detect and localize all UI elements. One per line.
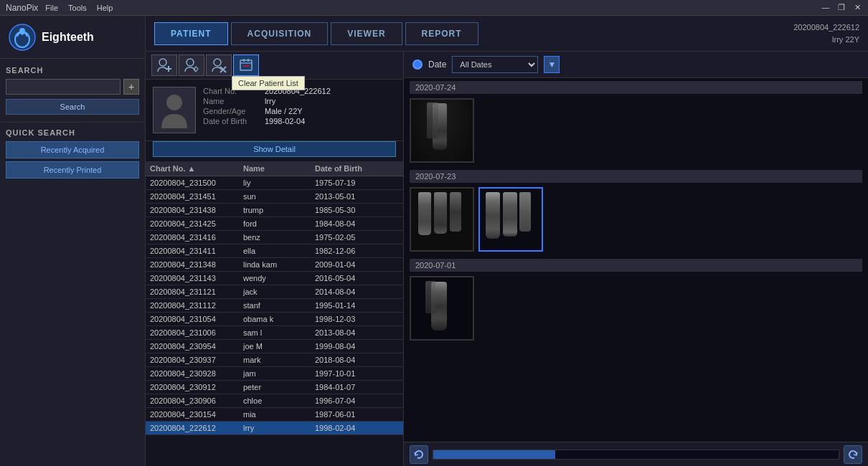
clear-patient-tooltip: Clear Patient List [232, 76, 305, 90]
table-row[interactable]: 20200804_231054 obama k 1998-12-03 [146, 313, 403, 326]
cell-chart: 20200804_231143 [150, 274, 243, 282]
tab-acquisition[interactable]: ACQUISITION [231, 22, 329, 45]
date-radio[interactable] [412, 60, 423, 70]
date-group-2020-07-01: 2020-07-01 [410, 259, 862, 341]
maximize-button[interactable]: ❐ [836, 3, 846, 12]
table-row[interactable]: 20200804_231451 sun 2013-05-01 [146, 190, 403, 204]
col-header-name: Name [243, 164, 315, 173]
viewer-panel: Date All Dates ▼ 2020-07-24 [404, 52, 868, 466]
titlebar-controls: — ❐ ✕ [821, 3, 862, 12]
menu-file[interactable]: File [45, 4, 58, 12]
clear-patient-list-button[interactable] [233, 54, 259, 76]
table-row[interactable]: 20200804_231416 benz 1975-02-05 [146, 231, 403, 244]
cell-name: obama k [243, 315, 315, 323]
xray-image[interactable] [410, 276, 474, 341]
top-bar: PATIENT ACQUISITION VIEWER REPORT 202008… [146, 16, 868, 52]
gender-age-row: Gender/Age Male / 22Y [203, 107, 396, 115]
table-row[interactable]: 20200804_230154 mia 1987-06-01 [146, 408, 403, 422]
delete-patient-button[interactable] [206, 54, 232, 76]
xray-image-selected[interactable] [478, 187, 543, 252]
menu-help[interactable]: Help [97, 4, 113, 12]
table-row[interactable]: 20200804_231500 liy 1975-07-19 [146, 176, 403, 190]
refresh-left-icon [413, 449, 425, 460]
cell-chart: 20200804_222612 [150, 424, 243, 432]
search-label: SEARCH [6, 66, 139, 75]
dob-row: Date of Birth 1998-02-04 [203, 117, 396, 125]
titlebar-menu: File Tools Help [45, 4, 113, 12]
date-group-2020-07-23: 2020-07-23 [410, 170, 862, 252]
xray-image[interactable] [410, 98, 474, 163]
table-row[interactable]: 20200804_231112 stanf 1995-01-14 [146, 299, 403, 313]
gender-age-label: Gender/Age [203, 107, 260, 115]
cell-chart: 20200804_231348 [150, 260, 243, 269]
table-row[interactable]: 20200804_230954 joe M 1999-08-04 [146, 340, 403, 353]
cell-dob: 1998-02-04 [315, 424, 387, 432]
new-patient-button[interactable] [151, 54, 177, 76]
cell-name: linda kam [243, 260, 315, 269]
date-dropdown-arrow[interactable]: ▼ [544, 56, 560, 73]
cell-chart: 20200804_231425 [150, 219, 243, 228]
titlebar: NanoPix File Tools Help — ❐ ✕ [0, 0, 868, 16]
cell-dob: 1995-01-14 [315, 301, 387, 310]
patient-area: Clear Patient List Chart No. 20200804_22… [146, 52, 868, 466]
table-row[interactable]: 20200804_222612 lrry 1998-02-04 [146, 422, 403, 435]
top-right-info: 20200804_222612 lrry 22Y [793, 22, 859, 45]
table-row[interactable]: 20200804_231425 ford 1984-08-04 [146, 217, 403, 231]
cell-dob: 1999-08-04 [315, 342, 387, 351]
minimize-button[interactable]: — [821, 3, 831, 12]
patient-avatar [153, 87, 196, 133]
progress-fill [433, 450, 555, 459]
table-row[interactable]: 20200804_230912 peter 1984-01-07 [146, 381, 403, 394]
refresh-right-icon [847, 449, 859, 460]
cell-dob: 1996-07-04 [315, 396, 387, 405]
gender-age-value: Male / 22Y [265, 107, 303, 115]
close-button[interactable]: ✕ [852, 3, 862, 12]
table-row[interactable]: 20200804_231121 jack 2014-08-04 [146, 285, 403, 299]
cell-name: peter [243, 383, 315, 391]
tab-viewer[interactable]: VIEWER [331, 22, 402, 45]
edit-patient-button[interactable] [179, 54, 204, 76]
cell-chart: 20200804_231121 [150, 287, 243, 296]
table-row[interactable]: 20200804_230928 jam 1997-10-01 [146, 367, 403, 381]
xray-image[interactable] [410, 187, 474, 252]
table-row[interactable]: 20200804_230906 chloe 1996-07-04 [146, 394, 403, 408]
name-row: Name lrry [203, 97, 396, 105]
svg-point-2 [19, 28, 25, 34]
cell-name: liy [243, 179, 315, 187]
table-row[interactable]: 20200804_231438 trump 1985-05-30 [146, 204, 403, 217]
refresh-right-button[interactable] [844, 445, 862, 464]
tabs: PATIENT ACQUISITION VIEWER REPORT [154, 22, 478, 45]
date-select[interactable]: All Dates [452, 56, 538, 73]
add-search-button[interactable]: + [123, 79, 139, 95]
tab-patient[interactable]: PATIENT [154, 22, 228, 45]
cell-dob: 1997-10-01 [315, 369, 387, 378]
logo-area: Eighteeth [0, 16, 145, 59]
table-row[interactable]: 20200804_231411 ella 1982-12-06 [146, 244, 403, 258]
refresh-left-button[interactable] [410, 445, 428, 464]
show-detail-button[interactable]: Show Detail [153, 141, 396, 157]
cell-dob: 1985-05-30 [315, 206, 387, 214]
cell-name: ella [243, 247, 315, 255]
recently-acquired-button[interactable]: Recently Acquired [6, 141, 139, 158]
search-input[interactable] [6, 79, 121, 95]
patient-toolbar: Clear Patient List [146, 52, 403, 80]
dob-label: Date of Birth [203, 117, 260, 125]
table-row[interactable]: 20200804_231348 linda kam 2009-01-04 [146, 258, 403, 272]
cell-name: jam [243, 369, 315, 378]
search-button[interactable]: Search [6, 99, 139, 115]
recently-printed-button[interactable]: Recently Printed [6, 161, 139, 179]
table-row[interactable]: 20200804_230937 mark 2018-08-04 [146, 353, 403, 367]
tab-report[interactable]: REPORT [405, 22, 478, 45]
cell-name: ford [243, 219, 315, 228]
table-row[interactable]: 20200804_231006 sam l 2013-08-04 [146, 326, 403, 340]
images-area[interactable]: 2020-07-24 2020-07-23 [404, 78, 868, 442]
delete-patient-icon [211, 57, 227, 73]
image-row [410, 187, 862, 252]
cell-chart: 20200804_231416 [150, 233, 243, 242]
patient-list-rows: 20200804_231500 liy 1975-07-19 20200804_… [146, 176, 403, 435]
titlebar-left: NanoPix File Tools Help [6, 3, 113, 13]
table-row[interactable]: 20200804_231143 wendy 2016-05-04 [146, 272, 403, 285]
patient-list-container[interactable]: Chart No. ▲ Name Date of Birth 20200804_… [146, 161, 403, 466]
cell-name: sam l [243, 328, 315, 337]
menu-tools[interactable]: Tools [68, 4, 87, 12]
